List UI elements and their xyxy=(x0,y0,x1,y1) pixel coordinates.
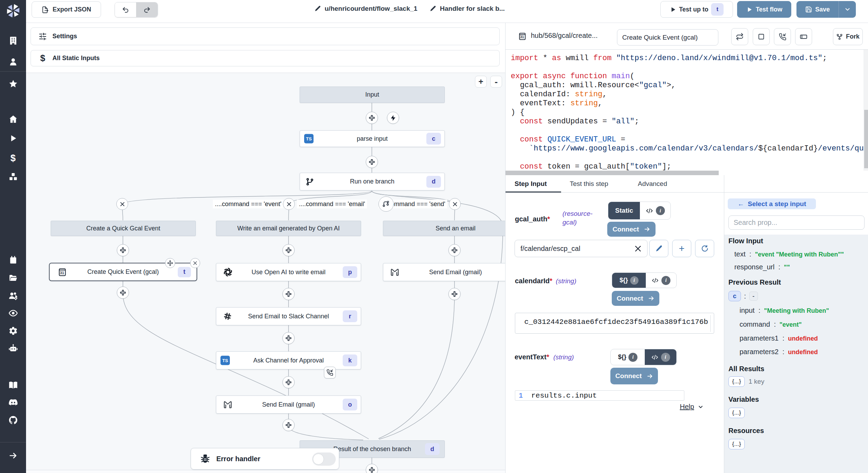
svg-text:31: 31 xyxy=(60,271,64,275)
svg-text:31: 31 xyxy=(520,35,524,39)
